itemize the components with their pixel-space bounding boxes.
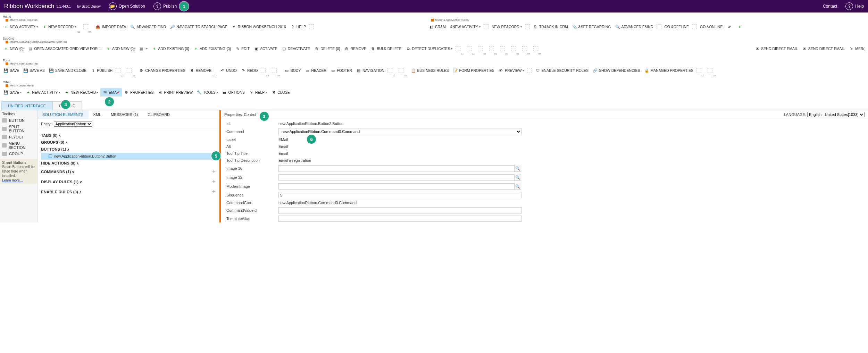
managed-props-button[interactable]: 🔒MANAGED PROPERTIES	[642, 66, 696, 75]
new-record-button[interactable]: +NEW RECORD▾	[40, 23, 78, 31]
tree-enable[interactable]: ENABLE RULES (0) ∧+	[41, 187, 216, 197]
placeholder-slot[interactable]	[708, 68, 712, 73]
go-online-button[interactable]: GO &ONLINE	[698, 23, 725, 31]
footer-button[interactable]: ▭FOOTER	[328, 66, 354, 75]
placeholder-slot[interactable]	[511, 46, 516, 51]
save-as-button[interactable]: 💾SAVE AS	[21, 66, 47, 75]
enable-security-button[interactable]: 🛡ENABLE SECURITY ROLES	[533, 66, 591, 75]
prop-templatealias-input[interactable]	[278, 216, 521, 222]
go-offline-button[interactable]: GO &OFFLINE	[662, 23, 691, 31]
import-data-button[interactable]: 📥IMPORT DATA	[93, 23, 128, 31]
add-enable-rule-button[interactable]: +	[212, 188, 216, 195]
other-save-button[interactable]: 💾SAVE▾	[1, 88, 24, 96]
tab-unified[interactable]: UNIFIED INTERFACE	[1, 101, 52, 110]
tree-button-item[interactable]: new.ApplicationRibbon.Button2.Button 5	[41, 153, 216, 160]
subtab-clipboard[interactable]: CLIPBOARD	[143, 110, 175, 119]
undo-button[interactable]: ↶UNDO	[218, 66, 239, 75]
set-regarding-button[interactable]: 📎&SET REGARDING	[570, 23, 613, 31]
prop-modernimage-input[interactable]	[278, 183, 515, 190]
grid-dd-button[interactable]: ▦▾	[137, 44, 150, 53]
advanced-find-b-button[interactable]: 🔍ADVANCED F&IND	[613, 23, 656, 31]
placeholder-slot[interactable]	[533, 46, 538, 51]
navigate-search-button[interactable]: 🔎NAVIGATE TO SEARCH PAGE	[168, 23, 229, 31]
lookup-button[interactable]: 🔍	[514, 183, 521, 190]
entity-select[interactable]: ApplicationRibbon	[54, 121, 92, 127]
placeholder-slot[interactable]	[692, 24, 697, 29]
placeholder-slot[interactable]	[309, 24, 314, 29]
add-existing2-button[interactable]: +ADD EXISTING {0}	[191, 44, 233, 53]
ribbon-workbench-button[interactable]: ✦RIBBON WORKBENCH 2016	[229, 23, 288, 31]
delete-button[interactable]: 🗑DELETE {0}	[312, 44, 342, 53]
toolbox-item-group[interactable]: GROUP	[2, 151, 35, 157]
placeholder-slot[interactable]	[522, 46, 527, 51]
activate-button[interactable]: ▣ACTIVATE	[252, 44, 279, 53]
other-new-record-button[interactable]: +NEW RECORD▾	[62, 88, 100, 96]
detect-dup-button[interactable]: ⧉DETECT DUPLICATES▾	[404, 44, 455, 53]
preview-button[interactable]: 👁PREVIEW▾	[496, 66, 526, 75]
add-command-button[interactable]: +	[212, 168, 216, 175]
tools-button[interactable]: 🔧TOOLS▾	[195, 88, 220, 96]
new-activity-button[interactable]: +NEW ACTIVITY▾	[1, 23, 40, 31]
placeholder-slot[interactable]	[525, 24, 530, 29]
prop-tooltiptitle-value[interactable]: Email	[278, 151, 288, 156]
toolbox-item-button[interactable]: BUTTON	[2, 117, 35, 124]
save-button[interactable]: 💾SAVE	[1, 66, 21, 75]
prop-command-select[interactable]: new.ApplicationRibbon.Command0.Command	[278, 128, 521, 135]
close-button[interactable]: ✖CLOSE	[269, 88, 292, 96]
placeholder-slot[interactable]	[527, 68, 532, 73]
placeholder-slot[interactable]	[83, 24, 88, 29]
subtab-messages[interactable]: MESSAGES (1)	[106, 110, 143, 119]
send-direct-email-button[interactable]: ✉SEND DIRECT EMAIL	[753, 44, 800, 53]
publish-button[interactable]: ⇪ Publish	[153, 2, 177, 10]
lookup-button[interactable]: 🔍	[514, 174, 521, 181]
placeholder-slot[interactable]	[484, 24, 489, 29]
open-solution-button[interactable]: 📂 Open Solution	[109, 2, 145, 10]
placeholder-slot[interactable]	[399, 68, 403, 73]
language-select[interactable]: English - United States[1033]	[807, 112, 865, 117]
email-ribbon-button[interactable]: ✉EMA✔	[100, 88, 122, 96]
send-direct-email2-button[interactable]: ✉SEND DIRECT EMAIL	[800, 44, 847, 53]
placeholder-slot[interactable]	[116, 68, 120, 73]
save-close-button[interactable]: 💾SAVE AND CLOSE	[47, 66, 89, 75]
new-activity-b-button[interactable]: &NEW ACTIVITY▾	[448, 23, 483, 31]
refresh-button[interactable]: ⟳	[725, 23, 735, 31]
other-help-button[interactable]: ?HELP▾	[247, 88, 269, 96]
tree-hide[interactable]: HIDE ACTIONS (0)∧	[41, 160, 216, 167]
tree-commands[interactable]: COMMANDS (1) ∨+	[41, 167, 216, 177]
other-new-activity-button[interactable]: +NEW ACTIVITY▾	[24, 88, 62, 96]
navigation-button[interactable]: ▤NAVIGATION	[354, 66, 386, 75]
placeholder-slot[interactable]	[489, 46, 494, 51]
advanced-find-button[interactable]: 🔍ADVANCED FIND	[128, 23, 168, 31]
new-entity-button[interactable]: +NEW {0}	[1, 44, 26, 53]
placeholder-slot[interactable]	[456, 46, 460, 51]
placeholder-slot[interactable]	[696, 68, 701, 73]
change-props-button[interactable]: ⚙CHANGE PROPERTIES	[137, 66, 187, 75]
show-dependencies-button[interactable]: 🔗SHOW DEPENDENCIES	[591, 66, 642, 75]
prop-tooltipdesc-value[interactable]: Email a registration	[278, 158, 311, 163]
add-display-rule-button[interactable]: +	[212, 178, 216, 185]
add-existing-button[interactable]: +ADD EXISTING {0}	[150, 44, 191, 53]
toolbox-item-flyout[interactable]: FLYOUT	[2, 134, 35, 140]
tree-tabs[interactable]: TABS (0)∧	[41, 132, 216, 139]
placeholder-slot[interactable]	[478, 46, 483, 51]
prop-alt-value[interactable]: Email	[278, 144, 288, 149]
toolbox-item-splitbutton[interactable]: SPLIT BUTTON	[2, 124, 35, 134]
subtab-solution-elements[interactable]: SOLUTION ELEMENTS	[37, 110, 89, 119]
prop-image32-input[interactable]	[278, 174, 515, 180]
placeholder-slot[interactable]	[500, 46, 505, 51]
open-assoc-grid-button[interactable]: ▤OPEN ASSOCIATED GRID VIEW FOR ...	[26, 44, 104, 53]
learn-more-link[interactable]: Learn more...	[2, 178, 23, 182]
placeholder-slot[interactable]	[387, 68, 392, 73]
placeholder-slot[interactable]	[467, 46, 471, 51]
prop-label-value[interactable]: EMail	[278, 137, 288, 142]
print-preview-button[interactable]: 🖨PRINT PREVIEW	[156, 88, 195, 96]
track-in-crm-button[interactable]: ⎘TR&ACK IN CRM	[531, 23, 570, 31]
remove-form-button[interactable]: ✖REMOVE	[187, 66, 214, 75]
lookup-button[interactable]: 🔍	[514, 165, 521, 172]
tree-buttons[interactable]: BUTTONS (1)∧	[41, 146, 216, 153]
crm-button[interactable]: ◧CR&M	[427, 23, 448, 31]
help-button[interactable]: ? Help	[845, 2, 864, 10]
prop-commandvalueid-input[interactable]	[278, 207, 521, 213]
form-properties-button[interactable]: 📝FORM PROPERTIES	[451, 66, 496, 75]
remove-button[interactable]: 🗑REMOVE	[342, 44, 369, 53]
